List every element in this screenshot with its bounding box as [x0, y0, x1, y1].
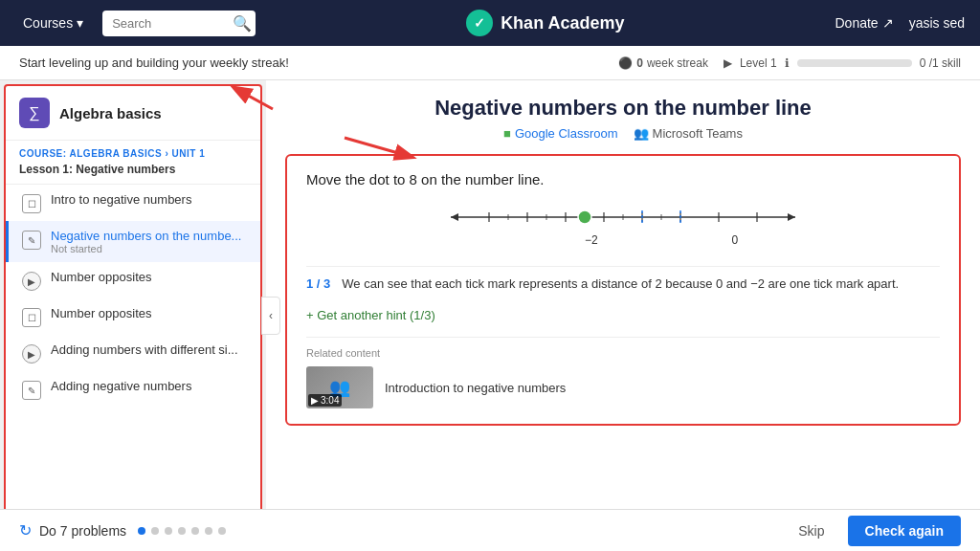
number-line-container: −2 0: [306, 203, 940, 247]
bottom-bar: ↻ Do 7 problems Skip Check again: [0, 509, 980, 551]
progress-text: 0 /1 skill: [920, 56, 961, 70]
content-area: Negative numbers on the number line ■ Go…: [266, 80, 980, 551]
sidebar-item-content-4: Adding numbers with different si...: [51, 342, 238, 357]
courses-label: Courses: [23, 15, 73, 31]
top-nav: Courses ▾ 🔍 ✓ Khan Academy Donate ↗ yasi…: [0, 0, 980, 46]
sidebar: ∑ Algebra basics COURSE: ALGEBRA BASICS …: [4, 84, 262, 547]
logo: ✓ Khan Academy: [267, 10, 823, 36]
doc-icon-0: ☐: [22, 194, 41, 213]
exercise-prompt: Move the dot to 8 on the number line.: [306, 171, 940, 187]
sidebar-item-content-5: Adding negative numbers: [51, 379, 191, 393]
sidebar-collapse-button[interactable]: ‹: [261, 297, 280, 335]
sidebar-item-adding-different[interactable]: ▶ Adding numbers with different si...: [6, 335, 260, 371]
edit-icon-5: ✎: [22, 381, 41, 400]
doc-icon-3: ☐: [22, 308, 41, 327]
google-classroom-button[interactable]: ■ Google Classroom: [503, 126, 618, 141]
sidebar-header: ∑ Algebra basics: [6, 86, 260, 141]
hint-text: We can see that each tick mark represent…: [342, 276, 899, 291]
level-label: Level 1: [740, 56, 777, 70]
sidebar-item-negative-numberline[interactable]: ✎ Negative numbers on the numbe... Not s…: [6, 221, 260, 262]
label-neg2: −2: [585, 233, 598, 247]
streak-message: Start leveling up and building your week…: [19, 55, 289, 70]
dot-4: [178, 527, 186, 535]
related-video-thumb: 👥 ▶ 3:04: [306, 366, 373, 408]
dot-2: [151, 527, 159, 535]
streak-right: ⚫ 0 week streak ▶ Level 1 ℹ 0 /1 skill: [618, 56, 961, 70]
bottom-right-actions: Skip Check again: [787, 516, 961, 546]
streak-icon: ⚫: [618, 56, 633, 70]
sidebar-item-label-1: Negative numbers on the numbe...: [51, 229, 241, 243]
sidebar-lesson-title: Lesson 1: Negative numbers: [6, 161, 260, 185]
ms-teams-button[interactable]: 👥 Microsoft Teams: [634, 126, 743, 141]
do-problems-label: Do 7 problems: [39, 523, 126, 539]
nav-right: Donate ↗ yasis sed: [835, 15, 965, 31]
user-name[interactable]: yasis sed: [909, 15, 965, 31]
related-video-item[interactable]: 👥 ▶ 3:04 Introduction to negative number…: [306, 366, 940, 408]
skill-progress-bar: [797, 59, 912, 67]
sidebar-course-label: COURSE: ALGEBRA BASICS › UNIT 1: [6, 141, 260, 161]
related-video-title: Introduction to negative numbers: [385, 381, 566, 395]
sidebar-item-label-4: Adding numbers with different si...: [51, 342, 238, 357]
do-problems-section: ↻ Do 7 problems: [19, 521, 126, 540]
label-zero: 0: [731, 233, 738, 247]
sidebar-logo-icon: ∑: [19, 98, 50, 128]
donate-label: Donate: [835, 15, 878, 31]
check-again-button[interactable]: Check again: [848, 516, 961, 546]
search-bar[interactable]: 🔍: [102, 11, 256, 36]
google-classroom-label: Google Classroom: [515, 126, 618, 141]
play-icon-4: ▶: [22, 344, 41, 364]
courses-menu[interactable]: Courses ▾: [15, 11, 91, 34]
related-content-title: Related content: [306, 347, 940, 359]
exercise-box: Move the dot to 8 on the number line.: [285, 154, 961, 426]
play-icon: ▶: [724, 56, 732, 70]
sidebar-item-label-0: Intro to negative numbers: [51, 192, 191, 207]
refresh-icon[interactable]: ↻: [19, 521, 32, 540]
video-duration: ▶ 3:04: [308, 394, 342, 407]
sidebar-item-intro[interactable]: ☐ Intro to negative numbers: [6, 185, 260, 221]
dot-3: [165, 527, 172, 535]
info-icon: ℹ: [785, 56, 790, 70]
svg-marker-1: [451, 213, 458, 221]
search-input[interactable]: [112, 16, 227, 31]
hint-fraction: 1 / 3: [306, 276, 330, 291]
sidebar-item-content-2: Number opposites: [51, 270, 152, 284]
sidebar-title: Algebra basics: [59, 105, 162, 121]
streak-number: 0: [636, 56, 643, 70]
sidebar-item-label-3: Number opposites: [51, 306, 152, 320]
main-wrapper: ∑ Algebra basics COURSE: ALGEBRA BASICS …: [0, 80, 980, 551]
content-actions: ■ Google Classroom 👥 Microsoft Teams: [285, 126, 961, 141]
sidebar-item-label-5: Adding negative numbers: [51, 379, 191, 393]
courses-chevron-icon: ▾: [77, 15, 83, 31]
streak-bar: Start leveling up and building your week…: [0, 46, 980, 80]
sidebar-item-label-2: Number opposites: [51, 270, 152, 284]
get-hint-button[interactable]: + Get another hint (1/3): [306, 308, 435, 322]
related-content: Related content 👥 ▶ 3:04 Introduction to…: [306, 337, 940, 408]
dot-1: [138, 527, 145, 535]
skip-button[interactable]: Skip: [787, 518, 835, 544]
sidebar-item-content-1: Negative numbers on the numbe... Not sta…: [51, 229, 241, 254]
search-icon: 🔍: [233, 14, 252, 33]
sidebar-item-number-opposites-vid[interactable]: ▶ Number opposites: [6, 262, 260, 298]
content-title: Negative numbers on the number line: [285, 96, 961, 121]
level-indicator: ▶ Level 1 ℹ 0 /1 skill: [724, 56, 961, 70]
number-line[interactable]: [441, 203, 805, 231]
play-icon-2: ▶: [22, 272, 41, 291]
dot-7: [218, 527, 226, 535]
streak-unit: week streak: [647, 56, 708, 70]
sidebar-item-number-opposites-doc[interactable]: ☐ Number opposites: [6, 298, 260, 335]
progress-dots: [138, 527, 226, 535]
svg-point-16: [578, 210, 591, 224]
hint-box: 1 / 3 We can see that each tick mark rep…: [306, 266, 940, 300]
sidebar-item-content-3: Number opposites: [51, 306, 152, 320]
ms-teams-label: Microsoft Teams: [653, 126, 743, 141]
dot-5: [191, 527, 199, 535]
ms-icon: 👥: [634, 126, 649, 141]
sidebar-item-adding-negative[interactable]: ✎ Adding negative numbers: [6, 371, 260, 408]
logo-icon: ✓: [466, 10, 493, 36]
donate-button[interactable]: Donate ↗: [835, 15, 893, 31]
svg-marker-2: [788, 213, 795, 221]
streak-count: ⚫ 0 week streak: [618, 56, 708, 70]
dot-6: [205, 527, 212, 535]
google-icon: ■: [503, 126, 511, 141]
edit-icon-1: ✎: [22, 231, 41, 250]
